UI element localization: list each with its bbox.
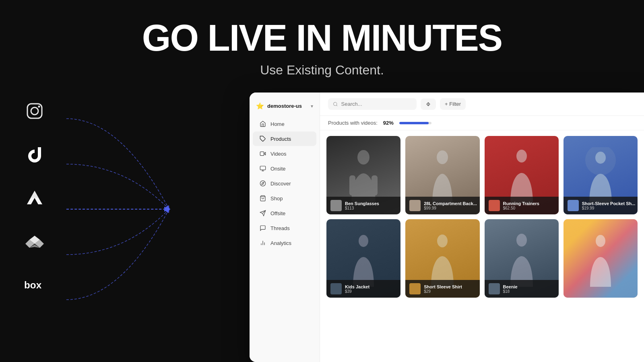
stats-label: Products with videos: xyxy=(328,120,378,126)
search-input[interactable] xyxy=(341,101,412,107)
search-box[interactable] xyxy=(328,98,417,110)
chevron-down-icon: ▾ xyxy=(311,103,313,109)
product-label: Kids Jacket $39 xyxy=(326,280,400,298)
svg-point-2 xyxy=(38,106,40,108)
svg-point-25 xyxy=(357,150,369,165)
product-price: $18 xyxy=(503,289,518,294)
product-name: Ben Sunglasses xyxy=(345,201,379,206)
product-label: Running Trainers $62.50 xyxy=(485,197,559,214)
sidebar-item-offsite-label: Offsite xyxy=(270,210,285,216)
search-icon xyxy=(333,101,338,107)
svg-rect-11 xyxy=(260,166,265,170)
stats-bar: Products with videos: 92% xyxy=(320,116,644,130)
sidebar-item-videos-label: Videos xyxy=(270,151,287,157)
product-label: 28L Compartment Back... $99.99 xyxy=(405,197,479,214)
product-thumb xyxy=(409,200,421,211)
product-card[interactable]: Beenie $18 xyxy=(485,219,559,298)
sidebar-item-discover[interactable]: Discover xyxy=(253,176,316,191)
sidebar-item-analytics[interactable]: Analytics xyxy=(253,236,316,250)
product-thumb xyxy=(489,283,500,294)
product-label: Ben Sunglasses $113 xyxy=(326,197,400,214)
message-square-icon xyxy=(259,224,266,232)
sidebar-item-onsite-label: Onsite xyxy=(270,166,286,172)
progress-bar xyxy=(399,122,431,124)
product-label: Short-Sleeve Pocket Sh... $19.99 xyxy=(564,197,638,214)
hero-subtitle: Use Existing Content. xyxy=(0,63,644,78)
svg-line-23 xyxy=(336,105,337,106)
filter-button[interactable]: + Filter xyxy=(440,98,466,110)
sidebar-item-discover-label: Discover xyxy=(270,181,291,187)
svg-point-34 xyxy=(516,234,527,247)
sidebar-item-home-label: Home xyxy=(270,121,285,127)
dropbox-icon xyxy=(24,231,45,252)
product-card[interactable]: Casual Sunglasses $45 xyxy=(564,219,638,298)
product-price: $62.50 xyxy=(503,206,539,210)
toolbar: + Filter xyxy=(320,93,644,116)
product-price: $113 xyxy=(345,206,379,210)
left-icons-panel: box xyxy=(24,101,45,295)
shopping-bag-icon xyxy=(259,195,266,202)
svg-text:box: box xyxy=(24,280,42,290)
sidebar-item-offsite[interactable]: Offsite xyxy=(253,206,316,220)
product-thumb xyxy=(330,200,342,211)
product-info: Short Sleeve Shirt $29 xyxy=(424,284,462,294)
sidebar-item-analytics-label: Analytics xyxy=(270,240,291,246)
svg-point-14 xyxy=(260,181,265,186)
product-card[interactable]: Running Trainers $62.50 xyxy=(485,136,559,214)
product-label: Beenie $18 xyxy=(485,280,559,298)
product-name: Beenie xyxy=(503,284,518,289)
sidebar-item-threads-label: Threads xyxy=(270,225,290,231)
product-card[interactable]: Kids Jacket $39 xyxy=(326,219,400,298)
sort-button[interactable] xyxy=(421,99,436,110)
product-name: Short Sleeve Shirt xyxy=(424,284,462,289)
sidebar-item-threads[interactable]: Threads xyxy=(253,221,316,235)
sidebar-item-videos[interactable]: Videos xyxy=(253,146,316,161)
product-info: Ben Sunglasses $113 xyxy=(345,201,379,210)
product-price: $19.99 xyxy=(582,206,636,210)
product-image xyxy=(564,219,638,298)
google-drive-icon xyxy=(24,187,45,208)
bar-chart-icon xyxy=(259,239,266,247)
svg-point-33 xyxy=(437,234,448,247)
svg-rect-27 xyxy=(372,175,378,195)
box-icon: box xyxy=(24,274,45,295)
product-card[interactable]: 28L Compartment Back... $99.99 xyxy=(405,136,479,214)
svg-rect-9 xyxy=(260,152,264,155)
stats-percent: 92% xyxy=(383,120,394,126)
product-info: Running Trainers $62.50 xyxy=(503,201,539,210)
sidebar: ⭐ demostore-us ▾ Home Products Videos xyxy=(250,93,320,362)
product-info: Beenie $18 xyxy=(503,284,518,294)
sidebar-item-shop-label: Shop xyxy=(270,195,283,202)
product-thumb xyxy=(330,283,342,294)
store-emoji: ⭐ xyxy=(256,102,264,110)
monitor-icon xyxy=(259,165,266,172)
product-card[interactable]: Short-Sleeve Pocket Sh... $19.99 xyxy=(564,136,638,214)
product-label: Short Sleeve Shirt $29 xyxy=(405,280,479,298)
product-info: 28L Compartment Back... $99.99 xyxy=(424,201,477,210)
product-card[interactable]: Ben Sunglasses $113 xyxy=(326,136,400,214)
product-thumb xyxy=(568,200,579,211)
tiktok-icon xyxy=(24,144,45,165)
product-info: Short-Sleeve Pocket Sh... $19.99 xyxy=(582,201,636,210)
app-window: ⭐ demostore-us ▾ Home Products Videos xyxy=(250,93,644,362)
home-icon xyxy=(259,120,266,128)
svg-marker-15 xyxy=(262,182,264,185)
svg-point-28 xyxy=(437,150,448,164)
product-name: Kids Jacket xyxy=(345,284,369,289)
store-selector[interactable]: ⭐ demostore-us ▾ xyxy=(250,99,320,116)
svg-point-31 xyxy=(595,152,606,164)
hero-title: GO LIVE IN MINUTES xyxy=(0,19,644,56)
sidebar-item-products[interactable]: Products xyxy=(253,132,316,146)
sidebar-item-onsite[interactable]: Onsite xyxy=(253,161,316,176)
product-card[interactable]: Short Sleeve Shirt $29 xyxy=(405,219,479,298)
svg-point-35 xyxy=(596,235,605,247)
sidebar-item-home[interactable]: Home xyxy=(253,117,316,131)
svg-point-22 xyxy=(334,102,337,105)
svg-point-32 xyxy=(359,235,368,247)
product-name: 28L Compartment Back... xyxy=(424,201,477,206)
product-name: Short-Sleeve Pocket Sh... xyxy=(582,201,636,206)
store-name: demostore-us xyxy=(267,103,308,109)
filter-label: + Filter xyxy=(445,101,461,107)
send-icon xyxy=(259,210,266,217)
sidebar-item-shop[interactable]: Shop xyxy=(253,191,316,206)
